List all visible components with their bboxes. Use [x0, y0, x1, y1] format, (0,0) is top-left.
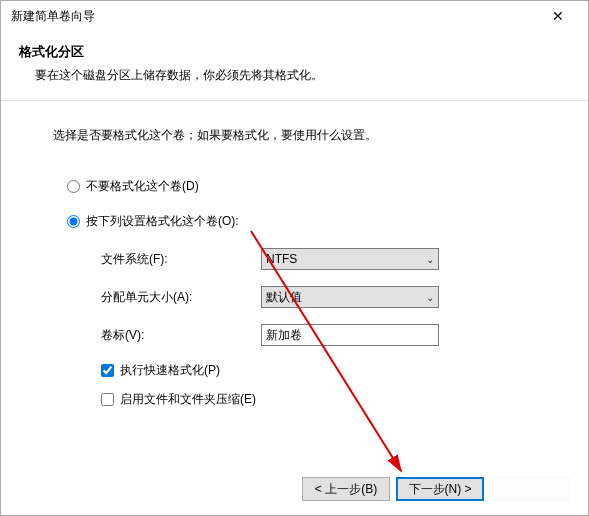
allocation-value: 默认值 [266, 289, 302, 306]
filesystem-value: NTFS [266, 252, 297, 266]
filesystem-select[interactable]: NTFS ⌄ [261, 248, 439, 270]
filesystem-label: 文件系统(F): [101, 251, 261, 268]
compress-input[interactable] [101, 393, 114, 406]
quick-format-label: 执行快速格式化(P) [120, 362, 220, 379]
wizard-dialog: 新建简单卷向导 ✕ 格式化分区 要在这个磁盘分区上储存数据，你必须先将其格式化。… [0, 0, 589, 516]
volume-label-label: 卷标(V): [101, 327, 261, 344]
quick-format-checkbox[interactable]: 执行快速格式化(P) [101, 362, 548, 379]
header-title: 格式化分区 [19, 43, 570, 61]
radio-no-format[interactable]: 不要格式化这个卷(D) [67, 178, 548, 195]
close-icon: ✕ [552, 8, 564, 24]
allocation-label: 分配单元大小(A): [101, 289, 261, 306]
compress-checkbox[interactable]: 启用文件和文件夹压缩(E) [101, 391, 548, 408]
footer-buttons: < 上一步(B) 下一步(N) > [302, 477, 570, 501]
chevron-down-icon: ⌄ [426, 292, 434, 303]
chevron-down-icon: ⌄ [426, 254, 434, 265]
ghost-button [490, 477, 570, 501]
radio-format-label: 按下列设置格式化这个卷(O): [86, 213, 239, 230]
compress-label: 启用文件和文件夹压缩(E) [120, 391, 256, 408]
volume-row: 卷标(V): [101, 324, 548, 346]
radio-format-input[interactable] [67, 215, 80, 228]
quick-format-input[interactable] [101, 364, 114, 377]
next-button[interactable]: 下一步(N) > [396, 477, 484, 501]
radio-no-format-input[interactable] [67, 180, 80, 193]
titlebar: 新建简单卷向导 ✕ [1, 1, 588, 31]
content: 选择是否要格式化这个卷；如果要格式化，要使用什么设置。 不要格式化这个卷(D) … [1, 101, 588, 430]
allocation-row: 分配单元大小(A): 默认值 ⌄ [101, 286, 548, 308]
back-button[interactable]: < 上一步(B) [302, 477, 390, 501]
header: 格式化分区 要在这个磁盘分区上储存数据，你必须先将其格式化。 [1, 31, 588, 94]
close-button[interactable]: ✕ [538, 2, 578, 30]
header-subtitle: 要在这个磁盘分区上储存数据，你必须先将其格式化。 [35, 67, 570, 84]
format-settings-group: 文件系统(F): NTFS ⌄ 分配单元大小(A): 默认值 ⌄ 卷标(V): [101, 248, 548, 408]
radio-no-format-label: 不要格式化这个卷(D) [86, 178, 199, 195]
volume-label-input[interactable] [261, 324, 439, 346]
radio-format[interactable]: 按下列设置格式化这个卷(O): [67, 213, 548, 230]
instruction-text: 选择是否要格式化这个卷；如果要格式化，要使用什么设置。 [53, 127, 548, 144]
filesystem-row: 文件系统(F): NTFS ⌄ [101, 248, 548, 270]
titlebar-title: 新建简单卷向导 [11, 8, 538, 25]
allocation-select[interactable]: 默认值 ⌄ [261, 286, 439, 308]
